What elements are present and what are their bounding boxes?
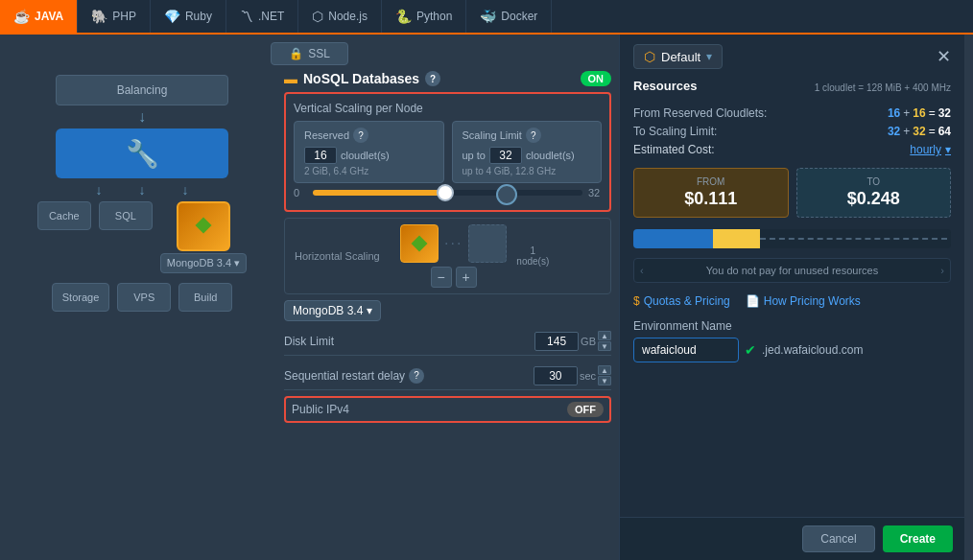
mongo-version-select[interactable]: MongoDB 3.4 ▾ — [284, 300, 381, 321]
resources-section: Resources 1 cloudlet = 128 MiB + 400 MHz… — [633, 79, 951, 162]
price-from-box: FROM $0.111 — [633, 168, 789, 218]
reserved-input[interactable] — [304, 147, 337, 164]
ssl-button[interactable]: 🔒 SSL — [271, 42, 348, 65]
create-button[interactable]: Create — [883, 525, 953, 552]
net-icon: 〽 — [240, 9, 253, 24]
nosql-icon: ▬ — [284, 71, 297, 86]
arrow-mid: ↓ — [139, 182, 146, 198]
disk-input[interactable] — [534, 332, 579, 351]
scaling-input[interactable] — [489, 147, 522, 164]
estimated-cost-label: Estimated Cost: — [633, 143, 715, 156]
cost-period-dropdown[interactable]: hourly ▾ — [910, 143, 951, 156]
reserved-box: Reserved ? cloudlet(s) 2 GiB, 6.4 GHz — [294, 121, 444, 183]
tab-php[interactable]: 🐘 PHP — [78, 0, 151, 33]
restart-unit: sec — [580, 370, 596, 382]
how-pricing-link[interactable]: 📄 How Pricing Works — [746, 294, 861, 308]
slider-thumb-reserved[interactable] — [437, 184, 454, 201]
price-from-value: $0.111 — [642, 189, 780, 209]
env-selector[interactable]: ⬡ Default ▾ — [633, 44, 723, 69]
reserved-help-icon[interactable]: ? — [353, 128, 368, 143]
progress-dots — [760, 229, 951, 248]
resources-title: Resources — [633, 79, 697, 93]
python-icon: 🐍 — [395, 9, 412, 24]
price-to-value: $0.248 — [805, 189, 943, 209]
nav-left-arrow[interactable]: ‹ — [640, 265, 644, 276]
slider-thumb-limit[interactable] — [496, 184, 517, 205]
slider-area: 0 32 — [294, 183, 602, 202]
nosql-toggle[interactable]: ON — [581, 71, 612, 86]
tab-java[interactable]: ☕ JAVA — [0, 0, 78, 33]
storage-node[interactable]: Storage — [52, 283, 110, 312]
ssl-bar: 🔒 SSL — [8, 42, 611, 65]
env-name-row: ✔ .jed.wafaicloud.com — [633, 338, 951, 362]
env-check-icon: ✔ — [745, 342, 756, 358]
right-panel: ⬡ Default ▾ ✕ Resources 1 cloudlet = 128… — [619, 35, 964, 560]
mongo-label-diagram[interactable]: MongoDB 3.4 ▾ — [160, 253, 247, 273]
nav-right-arrow[interactable]: › — [940, 265, 944, 276]
vps-node[interactable]: VPS — [117, 283, 171, 312]
ipv4-label: Public IPv4 — [292, 403, 349, 416]
unused-note: ‹ You do not pay for unused resources › — [633, 258, 951, 283]
links-row: $ Quotas & Pricing 📄 How Pricing Works — [633, 294, 951, 308]
dollar-icon: $ — [633, 294, 640, 308]
sql-node[interactable]: SQL — [99, 201, 153, 230]
tab-ruby[interactable]: 💎 Ruby — [151, 0, 226, 33]
scaling-help-icon[interactable]: ? — [526, 128, 541, 143]
arrow-down-1: ↓ — [138, 109, 146, 125]
scale-dots: ··· — [444, 235, 463, 252]
nosql-title: ▬ NoSQL Databases ? — [284, 71, 440, 86]
close-button[interactable]: ✕ — [937, 46, 951, 67]
slider-min: 0 — [294, 187, 307, 198]
bottom-nodes: Cache SQL MongoDB 3.4 ▾ — [37, 201, 247, 273]
diagram-area: Balancing ↓ 🔧 ↓ ↓ ↓ Cache SQL — [8, 71, 276, 552]
quotas-pricing-link[interactable]: $ Quotas & Pricing — [633, 294, 730, 308]
ruby-icon: 💎 — [164, 9, 180, 24]
bottom-buttons: Cancel Create — [620, 517, 964, 560]
disk-stepper: ▲ ▼ — [598, 331, 611, 351]
restart-input[interactable] — [534, 366, 578, 385]
price-to-box: TO $0.248 — [796, 168, 952, 218]
docker-icon: 🐳 — [480, 9, 496, 24]
nosql-help-icon[interactable]: ? — [425, 71, 440, 86]
app-node-box[interactable]: 🔧 — [56, 128, 228, 178]
cost-period-value: hourly — [910, 143, 941, 156]
scale-plus-btn[interactable]: + — [456, 267, 477, 288]
progress-scaling-bar — [713, 229, 761, 248]
from-reserved-row: From Reserved Cloudlets: 16 + 16 = 32 — [633, 106, 951, 120]
disk-step-up[interactable]: ▲ — [598, 331, 611, 340]
balancer-box: Balancing — [56, 75, 228, 105]
ipv4-toggle[interactable]: OFF — [567, 402, 604, 417]
tab-nodejs[interactable]: ⬡ Node.js — [298, 0, 382, 33]
tab-docker[interactable]: 🐳 Docker — [466, 0, 552, 33]
arrow-right: ↓ — [182, 182, 189, 198]
build-node[interactable]: Build — [178, 283, 232, 312]
estimated-cost-row: Estimated Cost: hourly ▾ — [633, 143, 951, 156]
resources-note: 1 cloudlet = 128 MiB + 400 MHz — [815, 82, 951, 93]
reserved-title: Reserved ? — [304, 128, 434, 143]
scaling-resources: up to 4 GiB, 12.8 GHz — [463, 166, 592, 176]
disk-input-group: GB ▲ ▼ — [534, 331, 611, 351]
tab-net[interactable]: 〽 .NET — [226, 0, 298, 33]
disk-limit-label: Disk Limit — [284, 335, 334, 348]
restart-step-down[interactable]: ▼ — [598, 376, 611, 385]
resource-progress-bar — [633, 229, 951, 248]
dot-line — [760, 238, 947, 240]
ghost-node — [468, 224, 507, 263]
slider-track[interactable] — [313, 190, 582, 196]
restart-label: Sequential restart delay ? — [284, 368, 424, 384]
scaling-limit-box: Scaling Limit ? up to cloudlet(s) up to … — [452, 121, 603, 183]
mongo-icon-box[interactable] — [177, 201, 230, 251]
cache-node[interactable]: Cache — [37, 201, 91, 230]
restart-step-up[interactable]: ▲ — [598, 365, 611, 375]
env-name-display: Default — [661, 50, 700, 64]
env-name-input[interactable] — [633, 338, 739, 362]
from-reserved-values: 16 + 16 = 32 — [888, 106, 951, 120]
scale-minus-btn[interactable]: − — [431, 267, 452, 288]
tab-python[interactable]: 🐍 Python — [382, 0, 466, 33]
horizontal-scaling: Horizontal Scaling ··· − + — [284, 218, 611, 294]
restart-help-icon[interactable]: ? — [409, 368, 424, 384]
arrow-left: ↓ — [96, 182, 103, 198]
disk-step-down[interactable]: ▼ — [598, 341, 611, 351]
nosql-panel: ▬ NoSQL Databases ? ON Vertical Scaling … — [284, 71, 611, 552]
cancel-button[interactable]: Cancel — [802, 525, 874, 552]
